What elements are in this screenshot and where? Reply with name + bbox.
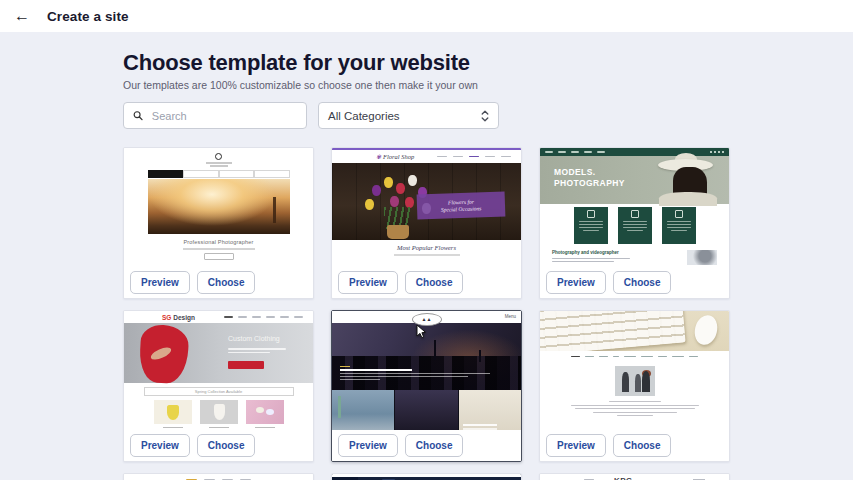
sunset-field-photo <box>148 179 290 234</box>
subheading: Our templates are 100% customizable so c… <box>123 79 853 92</box>
camera-icon <box>675 210 683 218</box>
template-thumbnail-models: MODELS. PHOTOGRAPHY Photography and vide… <box>540 148 729 267</box>
search-icon <box>133 110 143 121</box>
article-photo <box>687 250 717 265</box>
feature-boxes <box>540 204 729 247</box>
mini-navbar <box>540 351 729 362</box>
template-card-row3-middle[interactable] <box>331 473 522 480</box>
filter-controls: All Categories <box>123 102 853 129</box>
preview-button[interactable]: Preview <box>338 271 398 294</box>
template-thumbnail-photographer: Professional Photographer <box>124 148 313 267</box>
mini-button <box>204 253 234 260</box>
statue-of-liberty <box>338 396 341 418</box>
choose-button[interactable]: Choose <box>197 434 256 457</box>
template-thumbnail: KPC <box>540 474 729 480</box>
collection-banner: Spring Collection Available <box>144 387 294 396</box>
choose-button[interactable]: Choose <box>405 271 464 294</box>
mini-cta-button <box>228 361 264 369</box>
mini-navbar: SG Design <box>124 311 313 323</box>
template-thumbnail-floral: ✾Floral Shop Flowers for <box>332 148 521 267</box>
choose-button[interactable]: Choose <box>613 271 672 294</box>
search-input[interactable] <box>150 109 297 123</box>
heading: Choose template for your website <box>123 50 853 76</box>
chevron-updown-icon <box>481 110 489 122</box>
choose-button[interactable]: Choose <box>613 434 672 457</box>
back-arrow-icon[interactable]: ← <box>11 5 33 27</box>
choose-button[interactable]: Choose <box>405 434 464 457</box>
preview-button[interactable]: Preview <box>338 434 398 457</box>
template-grid: Professional Photographer Preview Choose… <box>123 147 743 480</box>
keyboard <box>540 311 686 351</box>
template-thumbnail <box>332 474 521 480</box>
template-card-city-travel[interactable]: ▲▲ Menu <box>331 310 522 462</box>
mini-navbar: ✾Floral Shop <box>332 150 521 163</box>
tulip-bouquet-photo: Flowers for Special Occasions <box>332 163 521 240</box>
topbar: ← Create a site <box>0 0 853 32</box>
image-icon <box>631 210 639 218</box>
search-box[interactable] <box>123 102 307 129</box>
mouse-cursor <box>416 324 427 339</box>
mini-navbar <box>148 170 290 178</box>
mini-navbar <box>540 148 729 156</box>
hero-model-photo: MODELS. PHOTOGRAPHY <box>540 156 729 204</box>
template-thumbnail-business <box>540 311 729 430</box>
template-thumbnail <box>124 474 313 480</box>
template-card-models-photography[interactable]: MODELS. PHOTOGRAPHY Photography and vide… <box>539 147 730 299</box>
main-content: Choose template for your website Our tem… <box>0 32 853 480</box>
template-thumbnail-city: ▲▲ Menu <box>332 311 521 430</box>
hero-red-dress-photo: Custom Clothing <box>124 323 313 383</box>
template-card-business[interactable]: Preview Choose <box>539 310 730 462</box>
hero-banner: Flowers for Special Occasions <box>417 191 506 219</box>
aperture-logo-icon <box>215 153 222 160</box>
card-actions: Preview Choose <box>540 267 729 298</box>
card-actions: Preview Choose <box>332 430 521 461</box>
office-photo <box>615 366 655 396</box>
article-text-lines <box>540 401 729 416</box>
template-card-row3-right[interactable]: KPC <box>539 473 730 480</box>
flower-icon: ✾ <box>376 154 381 160</box>
card-actions: Preview Choose <box>124 267 313 298</box>
product-thumbnails <box>124 400 313 424</box>
mini-logo: KPC <box>614 476 632 480</box>
mini-menu-label: Menu <box>505 314 516 319</box>
hero-title: MODELS. PHOTOGRAPHY <box>554 167 625 188</box>
template-card-floral-shop[interactable]: ✾Floral Shop Flowers for <box>331 147 522 299</box>
hero-title: Custom Clothing <box>228 335 280 342</box>
preview-button[interactable]: Preview <box>546 271 606 294</box>
template-thumbnail-sg-design: SG Design Custom Clothing Spring Collect… <box>124 311 313 430</box>
mini-title: Professional Photographer <box>124 239 313 245</box>
page-title: Create a site <box>47 9 129 24</box>
card-actions: Preview Choose <box>124 430 313 461</box>
article-preview: Photography and videographer <box>540 247 729 265</box>
gallery-thumbnails <box>332 390 521 430</box>
preview-button[interactable]: Preview <box>546 434 606 457</box>
book-icon <box>587 210 595 218</box>
hero-text-lines <box>340 366 490 381</box>
template-card-photographer[interactable]: Professional Photographer Preview Choose <box>123 147 314 299</box>
card-actions: Preview Choose <box>540 430 729 461</box>
keyboard-photo <box>540 311 729 351</box>
category-dropdown[interactable]: All Categories <box>318 102 499 129</box>
choose-button[interactable]: Choose <box>197 271 256 294</box>
card-actions: Preview Choose <box>332 267 521 298</box>
mini-navbar: ▲▲ Menu <box>332 311 521 323</box>
preview-button[interactable]: Preview <box>130 434 190 457</box>
template-card-sg-design[interactable]: SG Design Custom Clothing Spring Collect… <box>123 310 314 462</box>
template-card-row3-left[interactable] <box>123 473 314 480</box>
preview-button[interactable]: Preview <box>130 271 190 294</box>
category-selected-value: All Categories <box>328 110 400 122</box>
mini-caption: Most Popular Flowers <box>332 244 521 251</box>
computer-mouse <box>692 313 721 347</box>
